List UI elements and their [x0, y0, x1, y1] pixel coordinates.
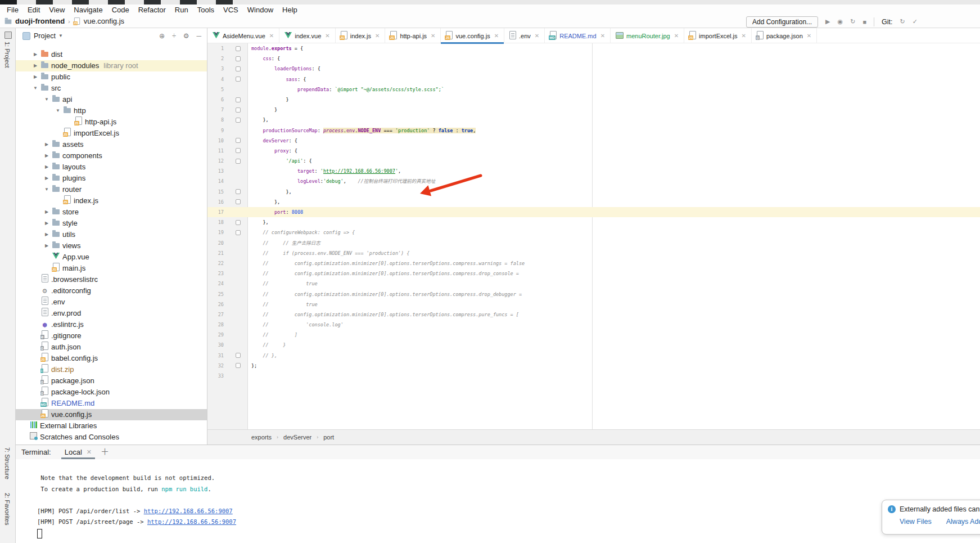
chevron-collapsed-icon[interactable]: ▶: [42, 139, 51, 150]
gear-icon[interactable]: ⚙: [183, 32, 189, 40]
stripe-favorites-button[interactable]: 2: Favorites: [4, 493, 11, 525]
breadcrumb-port[interactable]: port: [323, 434, 334, 441]
menu-item-edit[interactable]: Edit: [23, 5, 44, 15]
menu-item-view[interactable]: View: [44, 5, 69, 15]
tree-item-src[interactable]: ▼src: [16, 83, 207, 94]
tree-item-readme-md[interactable]: MDREADME.md: [16, 398, 207, 409]
chevron-collapsed-icon[interactable]: ▶: [42, 240, 51, 252]
chevron-expanded-icon[interactable]: ▼: [42, 94, 51, 105]
fold-marker-icon[interactable]: [236, 220, 241, 225]
menu-item-run[interactable]: Run: [170, 5, 193, 15]
fold-marker-icon[interactable]: [236, 230, 241, 235]
menu-item-help[interactable]: Help: [278, 5, 302, 15]
tab-http-api-js[interactable]: JShttp-api.js✕: [385, 28, 441, 43]
tree-item-eslintrc-js[interactable]: ⬢.eslintrc.js: [16, 319, 207, 330]
chevron-collapsed-icon[interactable]: ▶: [31, 49, 40, 60]
project-tool-icon[interactable]: [4, 32, 12, 39]
chevron-down-icon[interactable]: ▼: [58, 33, 63, 38]
tree-item-dist[interactable]: ▶dist: [16, 49, 207, 60]
menu-item-code[interactable]: Code: [107, 5, 134, 15]
chevron-expanded-icon[interactable]: ▼: [31, 83, 40, 94]
tab-index-vue[interactable]: index.vue✕: [279, 28, 335, 43]
close-icon[interactable]: ✕: [325, 33, 329, 39]
tree-item-vue-config-js[interactable]: JSvue.config.js: [16, 409, 207, 420]
fold-marker-icon[interactable]: [236, 97, 241, 102]
breadcrumb-project[interactable]: duoji-frontend: [15, 17, 65, 25]
always-add-link[interactable]: Always Add: [946, 518, 980, 526]
close-icon[interactable]: ✕: [742, 33, 746, 39]
tree-item-utils[interactable]: ▶utils: [16, 229, 207, 240]
locate-file-icon[interactable]: ⊕: [159, 32, 165, 40]
tree-item-importexcel-js[interactable]: JSimportExcel.js: [16, 128, 207, 139]
collapse-all-icon[interactable]: ÷: [172, 32, 176, 40]
terminal-link[interactable]: http://192.168.66.56:9007: [147, 518, 236, 525]
menu-item-navigate[interactable]: Navigate: [69, 5, 107, 15]
fold-marker-icon[interactable]: [236, 138, 241, 143]
fold-marker-icon[interactable]: [236, 189, 241, 194]
tree-item-app-vue[interactable]: App.vue: [16, 252, 207, 263]
tab-menurouter-jpg[interactable]: menuRouter.jpg✕: [611, 28, 684, 43]
fold-marker-icon[interactable]: [236, 66, 241, 71]
terminal-link[interactable]: http://192.168.66.56:9007: [144, 508, 233, 514]
fold-marker-icon[interactable]: [236, 77, 241, 82]
terminal-tab-local[interactable]: Local ✕: [61, 445, 95, 459]
new-terminal-icon[interactable]: ＋: [101, 445, 109, 457]
tree-item-gitignore[interactable]: ⊘.gitignore: [16, 330, 207, 342]
tree-item-dist-zip[interactable]: ≡dist.zip: [16, 364, 207, 375]
code-editor[interactable]: 1module.exports = {2 css: {3 loaderOptio…: [207, 43, 980, 429]
chevron-collapsed-icon[interactable]: ▶: [31, 71, 40, 83]
close-icon[interactable]: ✕: [600, 33, 605, 39]
tree-item-index-js[interactable]: JSindex.js: [16, 195, 207, 207]
close-icon[interactable]: ✕: [269, 33, 274, 39]
rerun-icon[interactable]: ↻: [850, 18, 855, 25]
tree-item-browserslistrc[interactable]: .browserslistrc: [16, 274, 207, 285]
fold-marker-icon[interactable]: [236, 56, 241, 61]
tree-item-public[interactable]: ▶public: [16, 71, 207, 83]
close-icon[interactable]: ✕: [375, 33, 380, 39]
menu-item-tools[interactable]: Tools: [193, 5, 219, 15]
tree-item-store[interactable]: ▶store: [16, 207, 207, 218]
tab-index-js[interactable]: JSindex.js✕: [336, 28, 386, 43]
tab-env[interactable]: .env✕: [504, 28, 545, 43]
tree-item-components[interactable]: ▶components: [16, 150, 207, 161]
tab-readme-md[interactable]: MDREADME.md✕: [545, 28, 611, 43]
tree-item-editorconfig[interactable]: ⚙.editorconfig: [16, 285, 207, 297]
fold-marker-icon[interactable]: [236, 159, 241, 164]
tree-item-babel-config-js[interactable]: JSbabel.config.js: [16, 353, 207, 364]
tree-item-http[interactable]: ▼http: [16, 105, 207, 116]
vcs-commit-icon[interactable]: ✓: [913, 18, 918, 25]
fold-marker-icon[interactable]: [236, 148, 241, 153]
fold-marker-icon[interactable]: [236, 199, 241, 204]
view-files-link[interactable]: View Files: [900, 518, 932, 526]
breadcrumb-exports[interactable]: exports: [251, 434, 272, 441]
fold-marker-icon[interactable]: [236, 118, 241, 123]
close-icon[interactable]: ✕: [535, 33, 539, 39]
hide-panel-icon[interactable]: ─: [196, 32, 201, 40]
fold-marker-icon[interactable]: [236, 107, 241, 113]
tree-item-assets[interactable]: ▶assets: [16, 139, 207, 150]
stop-icon[interactable]: ■: [862, 19, 866, 25]
chevron-collapsed-icon[interactable]: ▶: [42, 150, 51, 161]
tree-item-node-modules[interactable]: ▶node_moduleslibrary root: [16, 60, 207, 71]
tree-item-auth-json[interactable]: {}auth.json: [16, 342, 207, 353]
tree-item-env-prod[interactable]: .env.prod: [16, 308, 207, 319]
fold-marker-icon[interactable]: [236, 363, 241, 368]
breadcrumb-devserver[interactable]: devServer: [283, 434, 311, 441]
project-panel-title[interactable]: Project: [34, 32, 56, 40]
chevron-expanded-icon[interactable]: ▼: [53, 105, 62, 116]
terminal-output[interactable]: Note that the development build is not o…: [16, 459, 980, 543]
chevron-collapsed-icon[interactable]: ▶: [42, 207, 51, 218]
stripe-structure-button[interactable]: 7: Structure: [4, 447, 11, 479]
tree-item-api[interactable]: ▼api: [16, 94, 207, 105]
add-configuration-button[interactable]: Add Configuration...: [746, 16, 818, 28]
git-widget-label[interactable]: Git:: [882, 18, 892, 26]
tree-item-layouts[interactable]: ▶layouts: [16, 161, 207, 173]
close-icon[interactable]: ✕: [494, 33, 499, 39]
chevron-collapsed-icon[interactable]: ▶: [42, 173, 51, 184]
breadcrumb-file[interactable]: vue.config.js: [84, 17, 124, 25]
chevron-expanded-icon[interactable]: ▼: [42, 184, 51, 195]
debug-icon[interactable]: ◉: [838, 18, 843, 25]
tree-item-env[interactable]: .env: [16, 297, 207, 308]
tree-item-external-libraries[interactable]: External Libraries: [16, 420, 207, 432]
close-icon[interactable]: ✕: [431, 33, 435, 39]
